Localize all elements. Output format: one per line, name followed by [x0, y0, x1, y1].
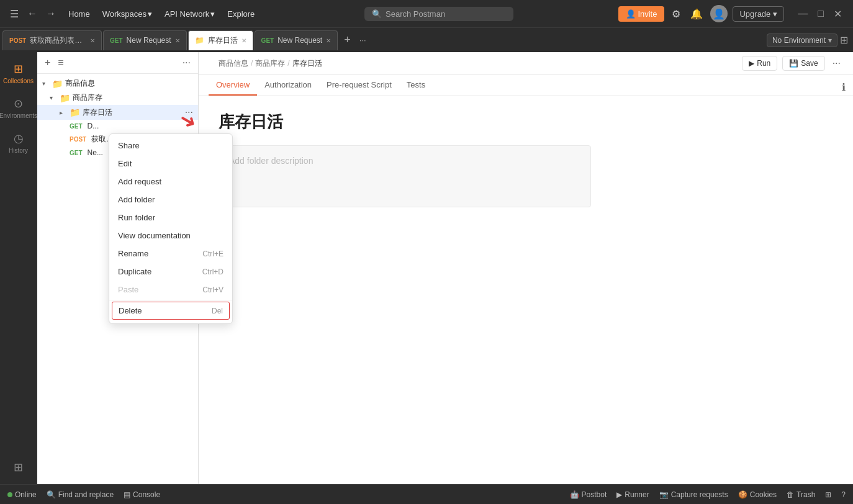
sidebar-item-explorer[interactable]: ⊞ [2, 456, 35, 479]
ctx-add-request[interactable]: Add request [109, 173, 232, 191]
tab-add-button[interactable]: + [339, 31, 356, 49]
tab-name: 库存日活 [208, 35, 238, 46]
upgrade-button[interactable]: Upgrade ▾ [733, 6, 784, 22]
tab-close-icon[interactable]: ✕ [326, 37, 331, 44]
sidebar-item-collections[interactable]: ⊞ Collections [2, 57, 35, 89]
workspaces-label: Workspaces [102, 9, 147, 19]
tab-folder-active[interactable]: 📁 库存日活 ✕ [188, 30, 253, 50]
cookies-button[interactable]: 🍪 Cookies [738, 490, 777, 499]
postbot-button[interactable]: 🤖 Postbot [570, 490, 607, 499]
collection-icon: 📁 [52, 79, 63, 89]
tree-collection-root[interactable]: ▾ 📁 商品信息 ··· [37, 76, 198, 91]
breadcrumb-item-1[interactable]: 商品信息 [219, 58, 248, 69]
tab-get-new-request-2[interactable]: GET New Request ✕ [255, 30, 338, 50]
api-network-dropdown[interactable]: API Network ▾ [160, 7, 220, 21]
tab-get-new-request[interactable]: GET New Request ✕ [103, 30, 187, 50]
close-button[interactable]: ✕ [830, 7, 846, 21]
chevron-down-icon: ▾ [50, 94, 57, 101]
runner-button[interactable]: ▶ Runner [616, 490, 649, 499]
tab-more-button[interactable]: ··· [356, 33, 370, 47]
find-replace-button[interactable]: 🔍 Find and replace [47, 490, 114, 499]
maximize-button[interactable]: □ [814, 7, 828, 21]
tree-more-icon[interactable]: ··· [185, 107, 193, 118]
capture-requests-button[interactable]: 📷 Capture requests [659, 490, 728, 499]
tab-close-icon[interactable]: ✕ [90, 37, 95, 44]
menu-button[interactable]: ☰ [7, 6, 21, 22]
ctx-add-folder[interactable]: Add folder [109, 191, 232, 209]
breadcrumb-sep-1: / [251, 59, 253, 68]
tab-close-icon[interactable]: ✕ [241, 37, 246, 44]
sort-button[interactable]: ≡ [55, 56, 66, 70]
home-link[interactable]: Home [63, 7, 95, 21]
help-button[interactable]: ? [841, 490, 846, 499]
back-button[interactable]: ← [25, 6, 40, 22]
tab-authorization[interactable]: Authorization [257, 75, 319, 96]
breadcrumb: 商品信息 / 商品库存 / 库存日活 [209, 55, 742, 73]
tree-folder-stocks[interactable]: ▾ 📁 商品库存 ··· [37, 91, 198, 105]
content-body: 库存日活 Add folder description [199, 96, 853, 484]
save-icon: 💾 [789, 59, 798, 68]
invite-button[interactable]: 👤 Invite [618, 6, 665, 22]
api-network-label: API Network [165, 9, 209, 19]
tab-name: New Request [278, 36, 322, 45]
content-tabs: Overview Authorization Pre-request Scrip… [199, 75, 853, 96]
minimize-button[interactable]: — [794, 7, 811, 21]
tab-overview[interactable]: Overview [209, 75, 257, 96]
forward-button[interactable]: → [43, 6, 58, 22]
ctx-duplicate-label: Duplicate [118, 267, 151, 276]
settings-button[interactable]: ⚙ [669, 6, 683, 22]
window-controls: — □ ✕ [794, 7, 846, 21]
trash-icon: 🗑 [787, 490, 794, 499]
tab-post-products[interactable]: POST 获取商品列表根据商品... ✕ [2, 30, 102, 50]
search-input-wrap[interactable]: 🔍 Search Postman [364, 7, 513, 21]
ctx-paste-shortcut: Ctrl+V [202, 286, 223, 294]
tab-tests[interactable]: Tests [399, 75, 433, 96]
ctx-duplicate[interactable]: Duplicate Ctrl+D [109, 263, 232, 281]
explore-link[interactable]: Explore [222, 7, 260, 21]
upgrade-label: Upgrade [739, 9, 770, 19]
folder-title: 库存日活 [219, 111, 833, 133]
notifications-button[interactable]: 🔔 [688, 6, 705, 22]
runner-icon: ▶ [616, 490, 622, 499]
ctx-delete-shortcut: Del [212, 307, 223, 315]
workspaces-dropdown[interactable]: Workspaces ▾ [97, 7, 157, 21]
online-label: Online [15, 490, 37, 499]
grid-layout-button[interactable]: ⊞ [825, 490, 831, 499]
titlebar-nav: ☰ ← → [7, 6, 58, 22]
tree-folder-daily[interactable]: ▸ 📁 库存日活 ··· [37, 105, 198, 120]
save-button[interactable]: 💾 Save [782, 56, 824, 71]
titlebar: ☰ ← → Home Workspaces ▾ API Network ▾ Ex… [0, 0, 853, 27]
trash-button[interactable]: 🗑 Trash [787, 490, 815, 499]
online-dot-icon [7, 492, 12, 497]
grid-icon-button[interactable]: ⊞ [837, 32, 851, 48]
panel-more-button[interactable]: ··· [180, 56, 193, 70]
api-network-chevron-icon: ▾ [210, 9, 215, 19]
tab-pre-request-script[interactable]: Pre-request Script [319, 75, 399, 96]
chevron-down-icon: ▾ [42, 80, 50, 87]
tab-close-icon[interactable]: ✕ [175, 37, 180, 44]
breadcrumb-item-2[interactable]: 商品库存 [255, 58, 285, 69]
run-button[interactable]: ▶ Run [742, 56, 777, 71]
add-collection-button[interactable]: + [42, 56, 53, 70]
sidebar-item-history[interactable]: ◷ History [2, 127, 35, 159]
tree-request-get-d[interactable]: GET D... ··· [37, 120, 198, 132]
ctx-view-doc[interactable]: View documentation [109, 227, 232, 245]
trash-label: Trash [797, 490, 815, 499]
postbot-icon: 🤖 [570, 490, 579, 499]
tab-method-icon: GET [110, 37, 123, 44]
env-label: No Environment [772, 36, 826, 45]
search-icon: 🔍 [372, 9, 382, 19]
info-button[interactable]: ℹ [839, 80, 848, 94]
ctx-share[interactable]: Share [109, 137, 232, 155]
ctx-delete[interactable]: Delete Del [112, 302, 230, 320]
avatar[interactable]: 👤 [710, 5, 728, 22]
sidebar-item-environments[interactable]: ⊙ Environments [2, 92, 35, 124]
console-button[interactable]: ▤ Console [124, 490, 160, 499]
more-options-button[interactable]: ··· [830, 56, 843, 70]
ctx-run-folder[interactable]: Run folder [109, 209, 232, 227]
environment-selector[interactable]: No Environment ▾ [767, 34, 837, 47]
ctx-edit[interactable]: Edit [109, 155, 232, 173]
ctx-divider [109, 300, 232, 300]
folder-description-box[interactable]: Add folder description [219, 145, 591, 207]
ctx-rename[interactable]: Rename Ctrl+E [109, 245, 232, 263]
